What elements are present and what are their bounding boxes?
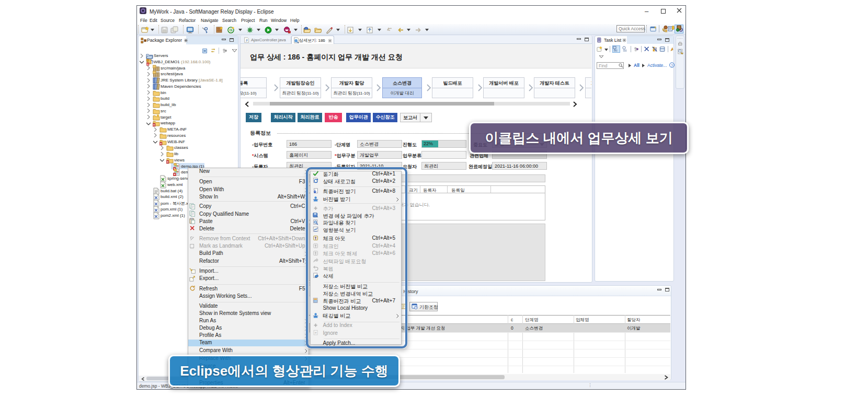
svg-text:?: ? [671, 63, 673, 68]
svg-text:G: G [229, 28, 232, 32]
svg-text:J: J [246, 39, 247, 42]
svg-text:o: o [147, 62, 149, 65]
